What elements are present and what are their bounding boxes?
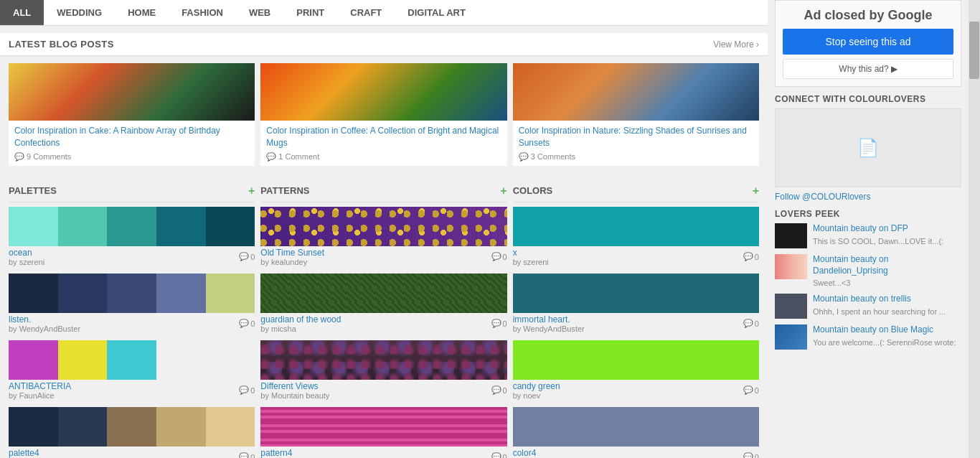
pattern-image bbox=[260, 407, 507, 447]
comment-icon: 💬 bbox=[14, 152, 24, 162]
pattern-item: guardian of the wood by micsha 💬 0 bbox=[260, 274, 507, 335]
palette-by: by FaunAlice bbox=[9, 391, 71, 400]
color-by: by szereni bbox=[513, 258, 549, 266]
blog-post-comments: 💬 1 Comment bbox=[266, 152, 501, 162]
comment-icon: 💬 bbox=[491, 385, 501, 395]
pattern-meta: guardian of the wood by micsha 💬 0 bbox=[260, 313, 507, 335]
pattern-comments: 💬 0 bbox=[491, 252, 507, 261]
palette-comments: 💬 0 bbox=[239, 252, 255, 261]
lovers-peek-title: LOVERS PEEK bbox=[775, 209, 961, 219]
palette-item: ocean by szereni 💬 0 bbox=[9, 207, 255, 268]
blog-post-title[interactable]: Color Inspiration in Coffee: A Collectio… bbox=[266, 125, 501, 149]
scrollbar-thumb[interactable] bbox=[969, 22, 979, 79]
pattern-meta: pattern4 by user4 💬 0 bbox=[260, 447, 507, 458]
color-comments: 💬 0 bbox=[743, 385, 759, 395]
comment-icon: 💬 bbox=[239, 319, 249, 328]
pattern-image bbox=[260, 340, 507, 380]
patterns-title: PATTERNS bbox=[260, 185, 309, 196]
colors-add-button[interactable]: + bbox=[753, 184, 759, 197]
pattern-comments: 💬 0 bbox=[491, 452, 507, 458]
comment-icon: 💬 bbox=[491, 319, 501, 328]
doc-icon: 📄 bbox=[857, 138, 879, 158]
lovers-peek-item: Mountain beauty on Blue MagicYou are wel… bbox=[775, 324, 961, 350]
view-more-link[interactable]: View More › bbox=[713, 39, 759, 50]
peek-text: Mountain beauty on DFPThis is SO COOL, D… bbox=[813, 223, 961, 246]
lovers-peek-item: Mountain beauty on DFPThis is SO COOL, D… bbox=[775, 223, 961, 248]
colors-title: COLORS bbox=[513, 185, 553, 196]
pattern-name[interactable]: pattern4 bbox=[260, 448, 292, 458]
follow-link[interactable]: Follow @COLOURlovers bbox=[775, 192, 871, 202]
peek-desc: This is SO COOL, Dawn...LOVE it...(: bbox=[813, 236, 961, 246]
color-name[interactable]: x bbox=[513, 248, 549, 258]
peek-thumbnail bbox=[775, 294, 807, 319]
palette-item: palette4 by user4 💬 0 bbox=[9, 407, 255, 458]
palettes-title: PALETTES bbox=[9, 185, 57, 196]
color-item: immortal heart. by WendyAndBuster 💬 0 bbox=[513, 274, 759, 335]
nav-item-fashion[interactable]: FASHION bbox=[169, 0, 236, 25]
pattern-item: Old Time Sunset by kealundey 💬 0 bbox=[260, 207, 507, 268]
pattern-comments: 💬 0 bbox=[491, 385, 507, 395]
nav-bar: ALLWEDDINGHOMEFASHIONWEBPRINTCRAFTDIGITA… bbox=[0, 0, 768, 26]
peek-title[interactable]: Mountain beauty on DFP bbox=[813, 223, 961, 235]
palettes-column: PALETTES + ocean by szereni 💬 0 listen. … bbox=[9, 180, 255, 458]
peek-text: Mountain beauty on Blue MagicYou are wel… bbox=[813, 324, 961, 347]
ad-closed-title: Ad closed by Google bbox=[783, 8, 953, 23]
peek-thumbnail bbox=[775, 324, 807, 350]
blog-post-image bbox=[513, 63, 759, 121]
patterns-add-button[interactable]: + bbox=[500, 184, 507, 197]
nav-item-home[interactable]: HOME bbox=[115, 0, 169, 25]
nav-item-craft[interactable]: CRAFT bbox=[337, 0, 395, 25]
color-name[interactable]: immortal heart. bbox=[513, 314, 585, 324]
blog-post: Color Inspiration in Nature: Sizzling Sh… bbox=[513, 63, 759, 166]
blog-post-title[interactable]: Color Inspiration in Nature: Sizzling Sh… bbox=[519, 125, 753, 149]
palette-name[interactable]: ANTIBACTERIA bbox=[9, 381, 71, 391]
palette-image bbox=[9, 407, 255, 447]
palette-meta: palette4 by user4 💬 0 bbox=[9, 447, 255, 458]
peek-title[interactable]: Mountain beauty on Blue Magic bbox=[813, 324, 961, 336]
pattern-image bbox=[260, 274, 507, 313]
color-name[interactable]: color4 bbox=[513, 448, 543, 458]
peek-title[interactable]: Mountain beauty on trellis bbox=[813, 294, 961, 305]
nav-item-all[interactable]: ALL bbox=[0, 0, 44, 25]
palette-name[interactable]: palette4 bbox=[9, 448, 39, 458]
comment-icon: 💬 bbox=[743, 385, 753, 395]
pattern-name[interactable]: Old Time Sunset bbox=[260, 248, 324, 258]
palette-name[interactable]: listen. bbox=[9, 314, 80, 324]
color-by: by noev bbox=[513, 391, 560, 400]
colors-column: COLORS + x by szereni 💬 0 immortal heart… bbox=[513, 180, 759, 458]
palette-meta: listen. by WendyAndBuster 💬 0 bbox=[9, 313, 255, 335]
nav-item-digital-art[interactable]: DIGITAL ART bbox=[395, 0, 479, 25]
peek-thumbnail bbox=[775, 254, 807, 279]
comment-icon: 💬 bbox=[239, 452, 249, 458]
blog-post-comments: 💬 9 Comments bbox=[14, 152, 249, 162]
palette-name[interactable]: ocean bbox=[9, 248, 44, 258]
nav-item-web[interactable]: WEB bbox=[236, 0, 283, 25]
pattern-by: by Mountain beauty bbox=[260, 391, 329, 400]
pattern-name[interactable]: Different Views bbox=[260, 381, 329, 391]
color-item: color4 by user4 💬 0 bbox=[513, 407, 759, 458]
color-by: by WendyAndBuster bbox=[513, 324, 585, 333]
why-ad-link[interactable]: Why this ad? ▶ bbox=[783, 59, 953, 79]
blog-post-image bbox=[9, 63, 255, 121]
scrollbar[interactable] bbox=[969, 0, 980, 458]
color-name[interactable]: candy green bbox=[513, 381, 560, 391]
palette-image bbox=[9, 340, 255, 380]
palette-meta: ANTIBACTERIA by FaunAlice 💬 0 bbox=[9, 380, 255, 401]
peek-title[interactable]: Mountain beauty on Dandelion_Uprising bbox=[813, 254, 961, 276]
palette-meta: ocean by szereni 💬 0 bbox=[9, 246, 255, 268]
pattern-by: by kealundey bbox=[260, 258, 324, 266]
color-swatch bbox=[513, 407, 759, 447]
comment-icon: 💬 bbox=[491, 452, 501, 458]
comment-icon: 💬 bbox=[491, 252, 501, 261]
color-swatch bbox=[513, 274, 759, 313]
palette-image bbox=[9, 207, 255, 246]
nav-item-wedding[interactable]: WEDDING bbox=[44, 0, 115, 25]
nav-item-print[interactable]: PRINT bbox=[283, 0, 337, 25]
color-meta: immortal heart. by WendyAndBuster 💬 0 bbox=[513, 313, 759, 335]
stop-ad-button[interactable]: Stop seeing this ad bbox=[783, 29, 953, 55]
blog-post-title[interactable]: Color Inspiration in Cake: A Rainbow Arr… bbox=[14, 125, 249, 149]
palettes-add-button[interactable]: + bbox=[248, 184, 255, 197]
pattern-name[interactable]: guardian of the wood bbox=[260, 314, 341, 324]
patterns-column: PATTERNS + Old Time Sunset by kealundey … bbox=[260, 180, 507, 458]
color-meta: x by szereni 💬 0 bbox=[513, 246, 759, 268]
